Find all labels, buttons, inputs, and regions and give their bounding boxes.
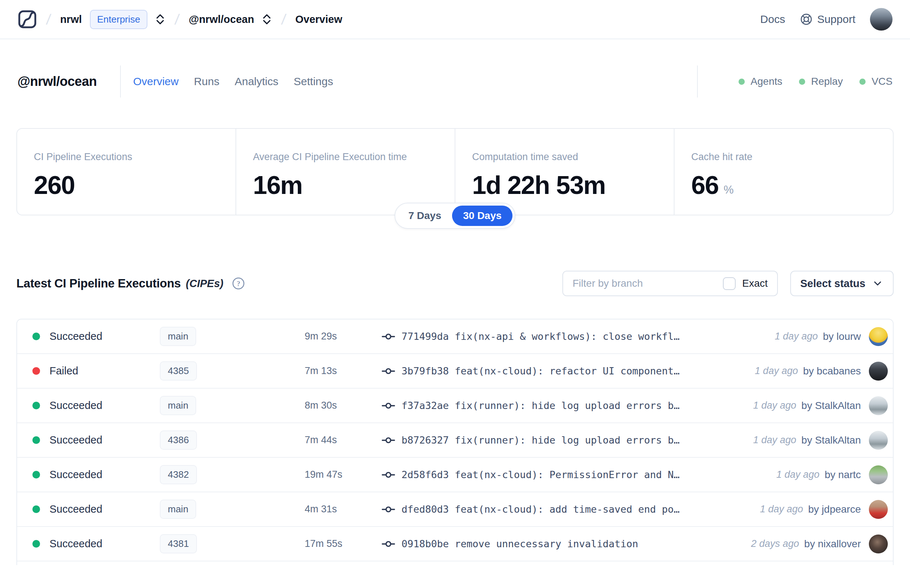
commit-message: dfed80d3 feat(nx-cloud): add time-saved … [401,504,680,515]
git-commit-icon [381,329,396,344]
time-ago: 2 days ago [751,538,799,549]
git-commit-icon [381,433,396,448]
status-dot [32,367,40,375]
author: by nixallover [804,538,861,550]
tab-settings[interactable]: Settings [294,75,333,88]
status-dot [32,333,40,340]
branch-badge: 4382 [160,465,197,484]
duration: 9m 29s [305,331,381,342]
stat-ci-pipeline-executions: CI Pipeline Executions 260 [17,129,236,215]
page-title: @nrwl/ocean [18,74,97,89]
lifebuoy-icon [800,13,813,26]
service-status-agents[interactable]: Agents [739,76,782,87]
exact-match-toggle[interactable]: Exact [713,277,777,290]
status-dot [32,436,40,444]
enterprise-badge: Enterprise [90,10,148,29]
branch-badge: 4385 [160,361,197,381]
cipe-row[interactable]: Succeeded main 9m 29s 771499da fix(nx-ap… [17,320,893,354]
breadcrumb-separator: / [174,11,180,27]
author-avatar [869,431,888,450]
author-avatar [869,500,888,519]
commit-message: 771499da fix(nx-api & workflows): close … [401,331,680,342]
org-selector-button[interactable] [155,13,166,26]
cipe-row[interactable]: Succeeded main 4m 31s dfed80d3 feat(nx-c… [17,492,893,527]
green-status-dot [739,79,745,85]
author: by bcabanes [803,365,861,377]
chevron-down-icon [872,278,883,289]
date-range-toggle: 7 Days 30 Days [394,203,516,229]
author-avatar [869,535,888,553]
docs-link[interactable]: Docs [760,13,785,26]
green-status-dot [860,79,866,85]
support-link[interactable]: Support [800,13,855,26]
user-avatar[interactable] [870,8,892,31]
stat-cache-hit-rate: Cache hit rate 66 % [674,129,893,215]
svg-text:?: ? [237,279,240,288]
status-dot [32,540,40,548]
tab-analytics[interactable]: Analytics [235,75,278,88]
cipes-section-header: Latest CI Pipeline Executions (CIPEs) ? … [0,271,910,296]
nav-actions: Docs Support [760,8,892,31]
commit-message: b8726327 fix(runner): hide log upload er… [401,435,680,446]
breadcrumb-separator: / [281,11,287,27]
time-ago: 1 day ago [774,331,818,342]
cipe-row[interactable]: Failed 4385 7m 13s 3b79fb38 feat(nx-clou… [17,354,893,389]
branch-badge: main [160,499,196,519]
question-mark-icon: ? [231,276,245,290]
branch-badge: 4381 [160,534,197,553]
duration: 19m 47s [305,469,381,480]
cipe-row[interactable]: Succeeded main 8m 30s f37a32ae fix(runne… [17,389,893,423]
author-avatar [869,396,888,415]
breadcrumb-page: Overview [295,13,342,26]
author-avatar [869,327,888,346]
workspace-selector-button[interactable] [261,13,272,26]
duration: 8m 30s [305,400,381,411]
duration: 7m 44s [305,435,381,446]
tab-runs[interactable]: Runs [194,75,220,88]
range-7-days-button[interactable]: 7 Days [398,205,452,226]
exact-checkbox[interactable] [723,277,735,290]
author: by StalkAltan [802,400,861,412]
stat-average-execution-time: Average CI Pipeline Execution time 16m [236,129,455,215]
service-status-vcs[interactable]: VCS [860,76,892,87]
percent-unit: % [724,183,734,200]
commit-message: 3b79fb38 feat(nx-cloud): refactor UI com… [401,365,680,376]
duration: 17m 55s [305,538,381,549]
time-ago: 1 day ago [755,365,798,376]
divider [120,66,121,97]
cipe-row[interactable]: Succeeded 4381 17m 55s 0918b0be remove u… [17,527,893,561]
status-dot [32,471,40,478]
branch-filter-group: Exact [562,271,778,296]
breadcrumb-workspace[interactable]: @nrwl/ocean [189,13,254,26]
author-avatar [869,362,888,381]
cipe-row[interactable]: Succeeded 4386 7m 44s b8726327 fix(runne… [17,423,893,458]
help-button[interactable]: ? [231,276,245,290]
nx-cloud-logo[interactable] [18,10,37,29]
service-status-replay[interactable]: Replay [799,76,843,87]
cipe-table: Succeeded main 9m 29s 771499da fix(nx-ap… [16,319,894,565]
status-dot [32,402,40,409]
status-select-dropdown[interactable]: Select status [790,271,894,296]
git-commit-icon [381,398,396,414]
git-commit-icon [381,536,396,552]
branch-badge: main [160,396,196,415]
breadcrumb-org[interactable]: nrwl [60,13,82,26]
duration: 4m 31s [305,504,381,515]
author: by nartc [824,469,861,481]
divider [697,66,698,97]
git-commit-icon [381,363,396,379]
cipe-row[interactable]: Succeeded 4382 19m 47s 2d58f6d3 feat(nx-… [17,458,893,492]
time-ago: 1 day ago [753,400,797,411]
git-commit-icon [381,502,396,517]
branch-filter-input[interactable] [563,271,713,296]
breadcrumb-separator: / [45,11,52,27]
author: by jdpearce [808,504,861,515]
time-ago: 1 day ago [753,435,797,446]
range-30-days-button[interactable]: 30 Days [452,205,512,226]
duration: 7m 13s [305,365,381,376]
top-nav: / nrwl Enterprise / @nrwl/ocean / Overvi… [0,0,910,39]
tab-overview[interactable]: Overview [133,75,179,88]
commit-message: f37a32ae fix(runner): hide log upload er… [401,400,680,411]
cipes-title: Latest CI Pipeline Executions [16,276,181,290]
author-avatar [869,465,888,484]
